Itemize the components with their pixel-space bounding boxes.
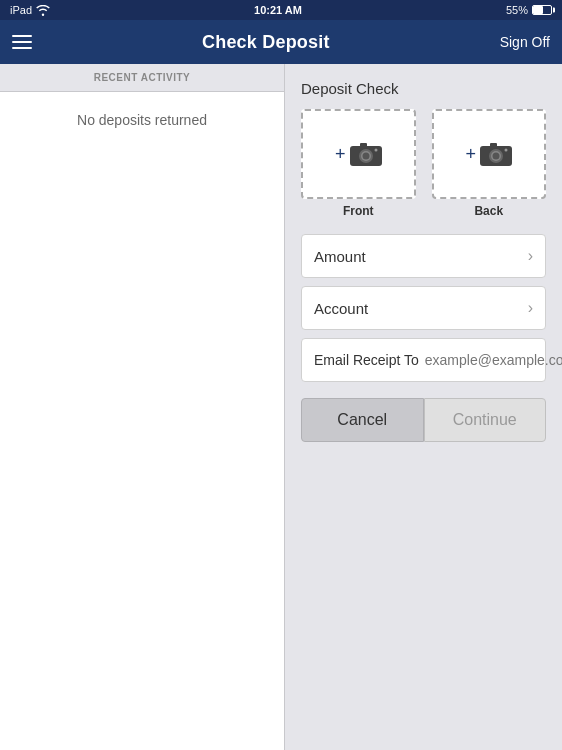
svg-point-3	[362, 153, 369, 160]
amount-label: Amount	[314, 248, 366, 265]
nav-bar: Check Deposit Sign Off	[0, 20, 562, 64]
email-input[interactable]	[425, 352, 562, 368]
svg-point-11	[505, 149, 508, 152]
email-receipt-field: Email Receipt To	[301, 338, 546, 382]
amount-field[interactable]: Amount ›	[301, 234, 546, 278]
front-plus-icon: +	[335, 144, 346, 165]
status-right: 55%	[506, 4, 552, 16]
back-photo-button[interactable]: +	[432, 109, 547, 199]
amount-chevron-icon: ›	[528, 247, 533, 265]
page-title: Check Deposit	[202, 32, 330, 53]
account-label: Account	[314, 300, 368, 317]
status-bar: iPad 10:21 AM 55%	[0, 0, 562, 20]
recent-activity-header: RECENT ACTIVITY	[0, 64, 284, 92]
status-left: iPad	[10, 4, 50, 16]
ipad-label: iPad	[10, 4, 32, 16]
front-camera-icon	[350, 141, 382, 167]
action-buttons: Cancel Continue	[301, 398, 546, 442]
account-chevron-icon: ›	[528, 299, 533, 317]
back-camera-icon	[480, 141, 512, 167]
back-photo-card: + Back	[432, 109, 547, 218]
svg-point-5	[374, 149, 377, 152]
status-time: 10:21 AM	[254, 4, 302, 16]
back-photo-label: Back	[474, 204, 503, 218]
svg-rect-10	[490, 143, 497, 147]
back-plus-icon: +	[465, 144, 476, 165]
front-photo-label: Front	[343, 204, 374, 218]
left-panel: RECENT ACTIVITY No deposits returned	[0, 64, 285, 750]
cancel-button[interactable]: Cancel	[301, 398, 424, 442]
main-layout: RECENT ACTIVITY No deposits returned Dep…	[0, 64, 562, 750]
front-photo-button[interactable]: +	[301, 109, 416, 199]
continue-button[interactable]: Continue	[424, 398, 547, 442]
email-receipt-label: Email Receipt To	[314, 352, 419, 368]
no-deposits-message: No deposits returned	[0, 92, 284, 750]
svg-rect-4	[360, 143, 367, 147]
front-photo-card: + Front	[301, 109, 416, 218]
wifi-icon	[36, 5, 50, 16]
account-field[interactable]: Account ›	[301, 286, 546, 330]
svg-point-9	[493, 153, 500, 160]
sign-off-button[interactable]: Sign Off	[500, 34, 550, 50]
hamburger-menu-icon[interactable]	[12, 35, 32, 49]
photo-row: + Front +	[301, 109, 546, 218]
battery-icon	[532, 5, 552, 15]
right-panel: Deposit Check + Front	[285, 64, 562, 750]
battery-percent: 55%	[506, 4, 528, 16]
deposit-check-title: Deposit Check	[301, 80, 546, 97]
